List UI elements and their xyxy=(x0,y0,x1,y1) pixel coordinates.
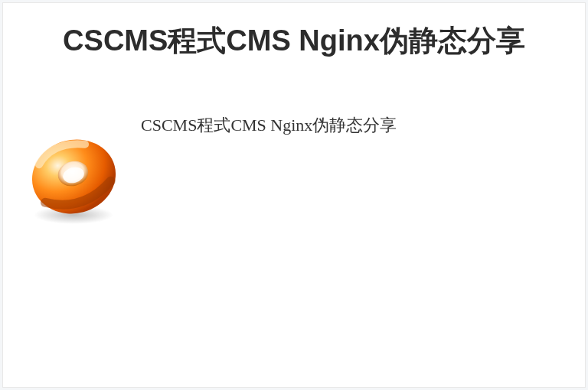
subtitle-text: CSCMS程式CMS Nginx伪静态分享 xyxy=(141,114,397,137)
page-title: CSCMS程式CMS Nginx伪静态分享 xyxy=(3,21,585,60)
orange-torus-icon xyxy=(20,122,127,229)
content-card: CSCMS程式CMS Nginx伪静态分享 CSCMS程式CMS Nginx伪静… xyxy=(2,2,586,388)
